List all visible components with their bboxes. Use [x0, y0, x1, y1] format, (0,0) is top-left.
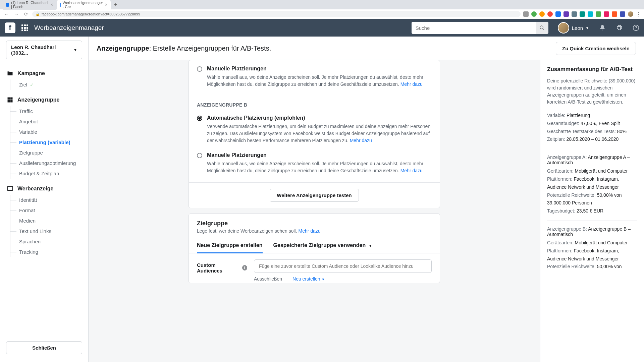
sidebar-item-traffic[interactable]: Traffic [10, 106, 88, 116]
summary-group-b-head: Anzeigengruppe B: Anzeigengruppe B – Aut… [547, 226, 637, 237]
radio-auto-b[interactable] [197, 116, 202, 121]
test-more-button[interactable]: Weitere Anzeigengruppe testen [270, 189, 359, 202]
extension-icon[interactable] [580, 11, 585, 17]
summary-title: Zusammenfassung für A/B-Test [547, 66, 637, 73]
tab-bar: (1) Leon R. Chaudhari | Faceb × Werbeanz… [0, 0, 644, 9]
nav-head-adset[interactable]: Anzeigengruppe [0, 94, 88, 106]
search-input[interactable] [412, 22, 536, 34]
search-button[interactable] [536, 22, 548, 34]
extension-icon[interactable] [612, 11, 617, 17]
close-icon[interactable]: × [105, 2, 107, 7]
radio-manual-b[interactable] [197, 153, 202, 158]
nav-head-campaign[interactable]: Kampagne [0, 67, 88, 79]
extension-icon[interactable] [555, 11, 561, 17]
main: Anzeigengruppe: Erstelle Anzeigengruppen… [89, 37, 644, 362]
lock-icon: 🔒 [36, 12, 40, 16]
placement-card: Manuelle Platzierungen Wähle manuell aus… [189, 60, 440, 208]
nav-head-ad[interactable]: Werbeanzeige [0, 183, 88, 195]
audience-header: Zielgruppe Lege fest, wer deine Werbeanz… [189, 214, 440, 235]
sidebar-item-variable[interactable]: Variable [10, 127, 88, 137]
browser-tab-active[interactable]: Werbeanzeigenmanager - Cre × [57, 0, 111, 10]
user-menu[interactable]: Leon ▼ [558, 22, 589, 34]
reload-icon[interactable]: ⟳ [23, 11, 30, 17]
tab-saved-audience[interactable]: Gespeicherte Zielgruppe verwenden ▼ [273, 240, 372, 253]
close-icon[interactable]: × [51, 2, 53, 7]
apps-grid-icon[interactable] [20, 23, 30, 33]
account-selector[interactable]: Leon R. Chaudhari (3032... ▼ [6, 41, 82, 59]
sidebar-item-identitaet[interactable]: Identität [10, 195, 88, 205]
learn-more-link[interactable]: Mehr dazu [400, 81, 423, 87]
summary-group-a-head: Anzeigengruppe A: Anzeigengruppe A – Aut… [547, 155, 637, 165]
extension-icons: ⋮ [523, 11, 641, 17]
back-icon[interactable]: ← [3, 11, 10, 17]
radio-manual-a[interactable] [197, 66, 202, 72]
extension-icon[interactable] [531, 11, 537, 17]
test-more-row: Weitere Anzeigengruppe testen [189, 183, 440, 208]
image-icon [7, 185, 13, 192]
sidebar-item-angebot[interactable]: Angebot [10, 116, 88, 127]
sidebar-item-sprachen[interactable]: Sprachen [10, 236, 88, 247]
tab-title: Werbeanzeigenmanager - Cre [63, 1, 103, 9]
sidebar-item-format[interactable]: Format [10, 205, 88, 216]
close-button[interactable]: Schließen [6, 341, 82, 354]
extension-icon[interactable] [588, 11, 593, 17]
center-column[interactable]: Manuelle Platzierungen Wähle manuell aus… [89, 60, 540, 362]
facebook-logo-icon[interactable]: f [5, 22, 15, 33]
placement-auto-b: Automatische Platzierung (empfohlen) Ver… [189, 110, 440, 152]
sidebar-item-ziel[interactable]: Ziel ✓ [10, 79, 88, 90]
folder-icon [7, 70, 13, 77]
info-icon[interactable]: i [242, 265, 247, 270]
page-title: Anzeigengruppe: Erstelle Anzeigengruppen… [97, 45, 271, 52]
sidebar-item-tracking[interactable]: Tracking [10, 247, 88, 257]
extension-icon[interactable] [572, 11, 577, 17]
gear-icon[interactable] [616, 24, 623, 31]
sidebar-item-auslieferung[interactable]: Auslieferungsoptimierung [10, 158, 88, 168]
browser-tab[interactable]: (1) Leon R. Chaudhari | Faceb × [3, 0, 56, 10]
new-tab-button[interactable]: + [111, 2, 120, 8]
svg-rect-7 [8, 186, 13, 190]
help-icon[interactable] [633, 24, 639, 31]
sidebar-item-zielgruppe[interactable]: Zielgruppe [10, 147, 88, 158]
url-input[interactable]: 🔒 facebook.com/adsmanager/creation?act=3… [32, 11, 521, 17]
svg-rect-3 [8, 98, 10, 100]
top-navbar: f Werbeanzeigenmanager Leon ▼ [0, 19, 644, 37]
extension-icon[interactable] [620, 11, 625, 17]
divider [547, 221, 637, 221]
chevron-down-icon: ▼ [586, 26, 589, 30]
learn-more-link[interactable]: Mehr dazu [299, 228, 321, 234]
search-icon [539, 25, 545, 31]
profile-avatar-icon[interactable] [628, 11, 633, 17]
summary-panel: Zusammenfassung für A/B-Test Deine poten… [540, 60, 644, 362]
svg-rect-6 [10, 100, 13, 103]
sidebar-item-medien[interactable]: Medien [10, 216, 88, 226]
learn-more-link[interactable]: Mehr dazu [400, 168, 423, 173]
extension-icon[interactable] [596, 11, 601, 17]
sidebar-item-budget[interactable]: Budget & Zeitplan [10, 168, 88, 179]
svg-rect-5 [8, 100, 10, 103]
extension-icon[interactable] [564, 11, 569, 17]
custom-audiences-input[interactable] [254, 259, 432, 273]
sidebar-item-text[interactable]: Text und Links [10, 226, 88, 236]
bell-icon[interactable] [599, 24, 606, 31]
create-new-link[interactable]: Neu erstellen ▼ [292, 276, 325, 282]
tab-new-audience[interactable]: Neue Zielgruppe erstellen [197, 240, 263, 253]
extension-icon[interactable] [539, 11, 545, 17]
extension-icon[interactable] [604, 11, 609, 17]
svg-point-0 [540, 26, 543, 29]
exclude-link[interactable]: Ausschließen [254, 276, 287, 282]
summary-variable: Variable: Platzierung [547, 112, 637, 120]
chevron-down-icon: ▼ [321, 278, 325, 281]
extension-icon[interactable] [523, 11, 529, 17]
extension-icon[interactable] [547, 11, 553, 17]
nav-ad: Werbeanzeige Identität Format Medien Tex… [0, 181, 88, 259]
menu-icon[interactable]: ⋮ [636, 11, 641, 17]
forward-icon[interactable]: → [13, 11, 20, 17]
quick-creation-button[interactable]: Zu Quick Creation wechseln [556, 42, 636, 55]
sidebar: Leon R. Chaudhari (3032... ▼ Kampagne Zi… [0, 37, 89, 362]
account-name: Leon R. Chaudhari (3032... [11, 44, 73, 56]
learn-more-link[interactable]: Mehr dazu [350, 138, 372, 143]
check-icon: ✓ [30, 82, 34, 87]
summary-intro: Deine potenzielle Reichweite (39.000.000… [547, 77, 637, 106]
svg-rect-4 [10, 98, 13, 100]
sidebar-item-platzierung[interactable]: Platzierung (Variable) [10, 137, 88, 147]
